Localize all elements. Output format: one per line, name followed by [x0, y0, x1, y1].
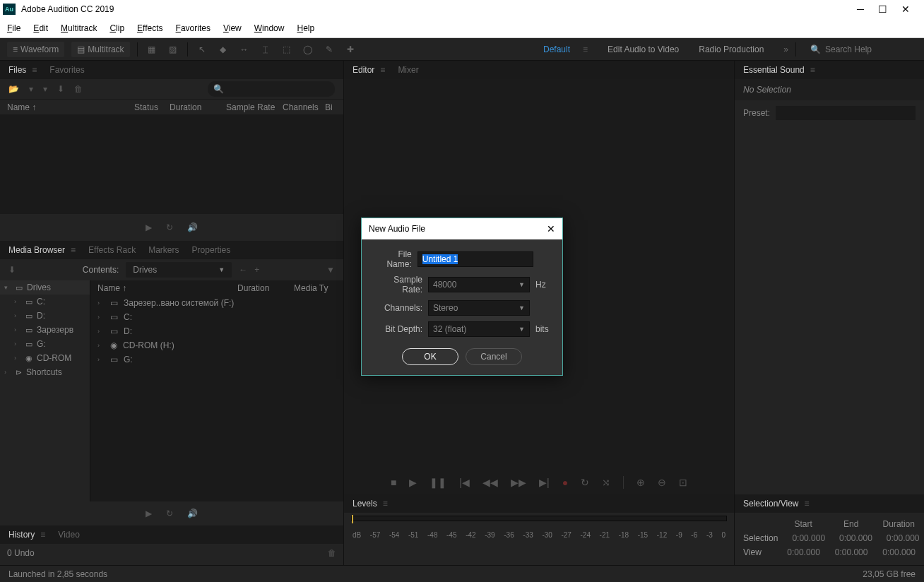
spectral-pitch-icon[interactable]: ▨ — [166, 42, 180, 57]
marquee-icon[interactable]: ⬚ — [280, 42, 294, 57]
history-tab-menu-icon[interactable]: ≡ — [40, 530, 45, 540]
sv-selection-duration[interactable]: 0:00.000 — [887, 533, 920, 543]
lasso-icon[interactable]: ◯ — [301, 42, 315, 57]
tree-drive-d[interactable]: › ▭ D: — [0, 309, 90, 323]
play-icon[interactable]: ▶ — [146, 222, 152, 232]
tab-history[interactable]: History — [8, 530, 35, 540]
trash-icon[interactable]: 🗑 — [328, 548, 336, 558]
tab-levels[interactable]: Levels — [353, 499, 377, 509]
rewind-button[interactable]: ◀◀ — [482, 477, 498, 488]
maximize-button[interactable]: ☐ — [878, 4, 887, 15]
tree-drive-reserve[interactable]: › ▭ Зарезерв — [0, 323, 90, 337]
list-col-media-type[interactable]: Media Ty — [294, 283, 336, 293]
forward-icon[interactable]: + — [254, 265, 259, 275]
zoom-out-icon[interactable]: ⊖ — [658, 477, 666, 488]
menu-effects[interactable]: Effects — [137, 23, 162, 33]
workspace-radio-production[interactable]: Radio Production — [699, 44, 764, 54]
tree-cdrom[interactable]: › ◉ CD-ROM — [0, 351, 90, 365]
go-to-end-button[interactable]: ▶| — [539, 477, 550, 488]
menu-edit[interactable]: Edit — [33, 23, 48, 33]
close-button[interactable]: ✕ — [901, 4, 910, 15]
mode-multitrack-button[interactable]: ▤ Multitrack — [71, 42, 129, 57]
list-item[interactable]: ›▭D: — [90, 324, 343, 338]
cancel-button[interactable]: Cancel — [466, 348, 522, 365]
contents-dropdown[interactable]: Drives ▼ — [126, 262, 232, 278]
col-duration[interactable]: Duration — [170, 102, 226, 112]
tab-effects-rack[interactable]: Effects Rack — [88, 245, 136, 255]
channels-dropdown[interactable]: Stereo ▼ — [428, 300, 530, 316]
new-icon[interactable]: ▾ — [43, 84, 47, 94]
preset-dropdown[interactable] — [776, 106, 916, 120]
spectral-freq-icon[interactable]: ▦ — [145, 42, 159, 57]
tab-properties[interactable]: Properties — [192, 245, 231, 255]
search-help[interactable]: 🔍 — [803, 44, 917, 54]
files-tab-menu-icon[interactable]: ≡ — [32, 65, 37, 75]
ok-button[interactable]: OK — [402, 348, 458, 365]
bit-depth-dropdown[interactable]: 32 (float) ▼ — [428, 321, 530, 337]
razor-tool-icon[interactable]: ◆ — [216, 42, 230, 57]
loop-button[interactable]: ↻ — [581, 477, 589, 488]
tab-essential-sound[interactable]: Essential Sound — [743, 65, 805, 75]
editor-tab-menu-icon[interactable]: ≡ — [380, 65, 385, 75]
search-input[interactable] — [825, 44, 910, 54]
sample-rate-dropdown[interactable]: 48000 ▼ — [428, 277, 530, 292]
list-item[interactable]: ›▭G: — [90, 352, 343, 367]
menu-help[interactable]: Help — [297, 23, 314, 33]
file-name-input[interactable] — [417, 251, 533, 267]
workspace-more-icon[interactable]: » — [783, 44, 788, 54]
tab-favorites[interactable]: Favorites — [49, 65, 84, 75]
auto-play-icon[interactable]: 🔊 — [187, 222, 198, 232]
back-icon[interactable]: ← — [239, 265, 247, 275]
pause-button[interactable]: ❚❚ — [430, 477, 446, 488]
slip-tool-icon[interactable]: ↔ — [237, 42, 251, 57]
stop-button[interactable]: ■ — [391, 477, 396, 488]
loop-icon[interactable]: ↻ — [166, 509, 173, 518]
col-bit[interactable]: Bi — [325, 102, 336, 112]
insert-icon[interactable]: ⬇ — [8, 265, 16, 275]
tab-selection-view[interactable]: Selection/View — [743, 499, 799, 509]
tab-mixer[interactable]: Mixer — [398, 65, 418, 75]
menu-window[interactable]: Window — [254, 23, 285, 33]
fast-forward-button[interactable]: ▶▶ — [511, 477, 526, 488]
levels-tab-menu-icon[interactable]: ≡ — [383, 499, 388, 509]
mode-waveform-button[interactable]: ≡ Waveform — [7, 42, 64, 57]
brush-icon[interactable]: ✎ — [322, 42, 336, 57]
col-status[interactable]: Status — [134, 102, 170, 112]
sv-selection-start[interactable]: 0:00.000 — [792, 533, 825, 543]
play-icon[interactable]: ▶ — [146, 509, 152, 518]
list-col-duration[interactable]: Duration — [237, 283, 294, 293]
tab-editor[interactable]: Editor — [353, 65, 374, 75]
heal-icon[interactable]: ✚ — [343, 42, 357, 57]
minimize-button[interactable]: ─ — [857, 4, 864, 15]
open-file-icon[interactable]: 📂 — [8, 84, 19, 94]
col-sample-rate[interactable]: Sample Rate — [226, 102, 283, 112]
sv-view-start[interactable]: 0:00.000 — [786, 547, 820, 557]
skip-selection-button[interactable]: ⤭ — [602, 477, 610, 488]
col-name[interactable]: Name ↑ — [7, 102, 134, 112]
go-to-start-button[interactable]: |◀ — [459, 477, 470, 488]
menu-favorites[interactable]: Favorites — [176, 23, 211, 33]
list-item[interactable]: ›◉CD-ROM (H:) — [90, 338, 343, 352]
sv-tab-menu-icon[interactable]: ≡ — [805, 499, 810, 509]
sv-view-duration[interactable]: 0:00.000 — [882, 547, 916, 557]
tab-files[interactable]: Files — [8, 65, 26, 75]
play-button[interactable]: ▶ — [409, 477, 417, 488]
filter-icon[interactable]: ▼ — [326, 265, 335, 275]
record-button[interactable]: ● — [562, 477, 568, 488]
import-icon[interactable]: ▾ — [29, 84, 33, 94]
list-col-name[interactable]: Name ↑ — [97, 283, 237, 293]
zoom-full-icon[interactable]: ⊡ — [679, 477, 687, 488]
list-item[interactable]: ›▭C: — [90, 310, 343, 324]
save-icon[interactable]: ⬇ — [57, 84, 64, 94]
tree-drives[interactable]: ▾ ▭ Drives — [0, 280, 90, 295]
workspace-default[interactable]: Default — [543, 44, 570, 54]
menu-view[interactable]: View — [223, 23, 242, 33]
tree-drive-g[interactable]: › ▭ G: — [0, 337, 90, 351]
time-select-icon[interactable]: ⌶ — [259, 42, 273, 57]
workspace-edit-audio-to-video[interactable]: Edit Audio to Video — [608, 44, 679, 54]
auto-play-icon[interactable]: 🔊 — [187, 509, 198, 518]
mb-tab-menu-icon[interactable]: ≡ — [71, 245, 76, 255]
list-item[interactable]: ›▭Зарезер..вано системой (F:) — [90, 296, 343, 310]
menu-file[interactable]: File — [7, 23, 20, 33]
tab-markers[interactable]: Markers — [148, 245, 179, 255]
